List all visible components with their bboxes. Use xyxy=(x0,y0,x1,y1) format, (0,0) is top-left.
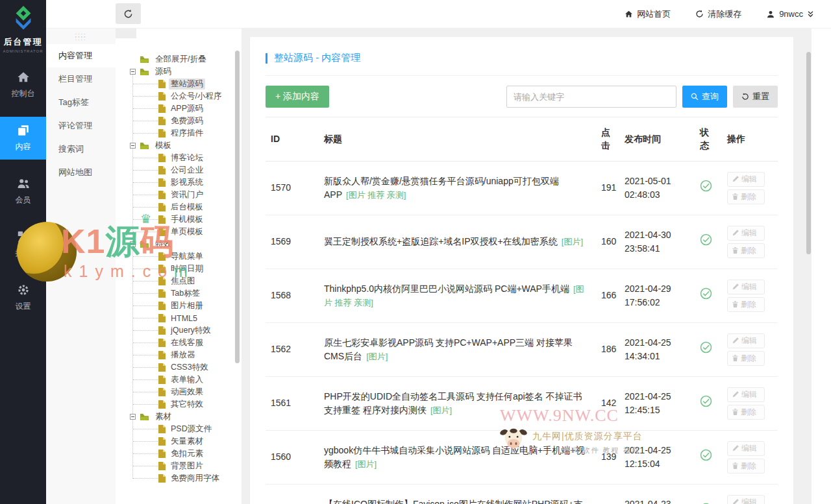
delete-button[interactable]: 删除 xyxy=(727,189,765,204)
tree-node-label[interactable]: 在线客服 xyxy=(169,337,205,348)
tree-node[interactable]: 博客论坛 xyxy=(116,152,242,164)
submenu-item[interactable]: 网站地图 xyxy=(46,161,116,184)
status-ok-icon[interactable] xyxy=(700,341,712,354)
tree-node[interactable]: 资讯门户 xyxy=(116,189,242,201)
edit-button[interactable]: 编辑 xyxy=(727,280,765,294)
tree-node-label[interactable]: 背景图片 xyxy=(169,461,205,472)
tree-node[interactable]: 焦点图 xyxy=(116,275,242,287)
tree-node[interactable]: 时间日期 xyxy=(116,263,242,275)
tree-node[interactable]: 模板 xyxy=(116,139,242,152)
tree-node[interactable]: PSD源文件 xyxy=(116,423,242,435)
tree-node-label[interactable]: jQuery特效 xyxy=(169,325,213,336)
tree-node[interactable]: 动画效果 xyxy=(116,386,242,398)
edit-button[interactable]: 编辑 xyxy=(727,333,765,348)
status-ok-icon[interactable] xyxy=(700,234,712,246)
sidebar-item-content[interactable]: 内容 xyxy=(0,117,46,160)
status-ok-icon[interactable] xyxy=(700,449,712,461)
tree-node-label[interactable]: 手机模板 xyxy=(169,214,205,225)
tree-node[interactable]: 导航菜单 xyxy=(116,250,242,263)
tree-node-label[interactable]: 整站源码 xyxy=(169,78,205,90)
delete-button[interactable]: 删除 xyxy=(727,405,765,420)
tree-node[interactable]: HTML5 xyxy=(116,312,242,324)
submenu-item[interactable]: 搜索词 xyxy=(46,138,116,161)
tree-node[interactable]: 图片相册 xyxy=(116,300,242,312)
tree-node[interactable]: APP源码 xyxy=(116,102,242,115)
sidebar-item-console[interactable]: 控制台 xyxy=(0,64,46,106)
submenu-item[interactable]: 评论管理 xyxy=(46,114,116,138)
tree-node-label[interactable]: 素材 xyxy=(153,411,173,422)
tree-node[interactable]: 影视系统 xyxy=(116,176,242,189)
tree-node[interactable]: 后台模板 xyxy=(116,201,242,213)
tree-node[interactable]: 素材 xyxy=(116,411,242,423)
delete-button[interactable]: 删除 xyxy=(727,297,765,312)
tree-node-label[interactable]: 影视系统 xyxy=(169,177,205,188)
user-menu[interactable]: 9nwcc xyxy=(766,9,814,19)
sidebar-item-members[interactable]: 会员 xyxy=(0,170,46,213)
tree-node-label[interactable]: 资讯门户 xyxy=(169,189,205,200)
refresh-tab-button[interactable] xyxy=(116,3,141,24)
status-ok-icon[interactable] xyxy=(700,180,712,192)
sidebar-item-extensions[interactable]: 扩展 xyxy=(0,223,46,266)
delete-button[interactable]: 删除 xyxy=(727,351,765,366)
tree-node-label[interactable]: 免扣元素 xyxy=(169,448,205,459)
collapse-toggle-icon[interactable] xyxy=(130,414,136,420)
submenu-item[interactable]: 栏目管理 xyxy=(46,67,116,91)
tree-node-label[interactable]: 单页模板 xyxy=(169,226,205,237)
tree-node[interactable]: 公司企业 xyxy=(116,164,242,176)
tree-node-label[interactable]: 公众号/小程序 xyxy=(169,91,223,102)
tree-node[interactable]: 源码 xyxy=(116,66,242,78)
tree-node-label[interactable]: 免费源码 xyxy=(169,115,205,126)
collapse-toggle-icon[interactable] xyxy=(130,241,136,247)
tree-node-label[interactable]: 矢量素材 xyxy=(169,436,205,447)
edit-button[interactable]: 编辑 xyxy=(727,441,765,456)
tree-node-label[interactable]: 博客论坛 xyxy=(169,152,205,163)
tree-node-label[interactable]: Tab标签 xyxy=(169,288,202,299)
collapse-toggle-icon[interactable] xyxy=(130,69,136,75)
tree-node[interactable]: 整站源码 xyxy=(116,78,242,90)
tree-node-label[interactable]: 模板 xyxy=(153,140,173,151)
main-scrollbar[interactable] xyxy=(806,52,811,254)
tree-node[interactable]: 单页模板 xyxy=(116,226,242,238)
tree-node-label[interactable]: 特效 xyxy=(153,239,173,250)
tree-node-label[interactable]: 播放器 xyxy=(169,350,197,361)
site-home-link[interactable]: 网站首页 xyxy=(625,8,671,20)
tree-node-label[interactable]: 程序插件 xyxy=(169,128,205,139)
tree-node-label[interactable]: APP源码 xyxy=(169,103,205,114)
clear-cache-link[interactable]: 清除缓存 xyxy=(695,8,741,20)
tree-node[interactable]: 免费商用字体 xyxy=(116,472,242,485)
tree-node[interactable]: Tab标签 xyxy=(116,287,242,300)
tree-node[interactable]: 矢量素材 xyxy=(116,435,242,448)
submenu-drag-handle[interactable]: :::::::: xyxy=(46,29,116,44)
add-content-button[interactable]: + 添加内容 xyxy=(266,86,329,108)
submenu-item[interactable]: 内容管理 xyxy=(46,44,116,67)
delete-button[interactable]: 删除 xyxy=(727,243,765,258)
status-ok-icon[interactable] xyxy=(700,287,712,300)
query-button[interactable]: 查询 xyxy=(682,86,727,108)
tree-node[interactable]: CSS3特效 xyxy=(116,361,242,374)
tree-node[interactable]: 程序插件 xyxy=(116,127,242,139)
edit-button[interactable]: 编辑 xyxy=(727,226,765,241)
search-input[interactable] xyxy=(506,86,676,108)
tree-node[interactable]: 免费源码 xyxy=(116,115,242,127)
tree-node[interactable]: 全部展开/折叠 xyxy=(116,53,242,66)
tree-node[interactable]: 播放器 xyxy=(116,349,242,361)
tree-node-label[interactable]: 免费商用字体 xyxy=(169,473,221,484)
status-ok-icon[interactable] xyxy=(700,395,712,407)
tree-node[interactable]: 其它特效 xyxy=(116,398,242,411)
tree-node[interactable]: 手机模板 xyxy=(116,213,242,226)
tree-node-label[interactable]: 焦点图 xyxy=(169,276,197,287)
edit-button[interactable]: 编辑 xyxy=(727,387,765,402)
tree-scrollbar[interactable] xyxy=(235,51,240,363)
tree-node-label[interactable]: PSD源文件 xyxy=(169,424,214,435)
tree-node[interactable]: 免扣元素 xyxy=(116,448,242,460)
delete-button[interactable]: 删除 xyxy=(727,459,765,474)
tree-node[interactable]: 特效 xyxy=(116,238,242,250)
tree-node-label[interactable]: HTML5 xyxy=(169,314,199,323)
tree-node[interactable]: jQuery特效 xyxy=(116,324,242,337)
tree-node-label[interactable]: 动画效果 xyxy=(169,387,205,398)
tree-node-label[interactable]: 公司企业 xyxy=(169,165,205,176)
reset-button[interactable]: 重置 xyxy=(733,86,778,108)
tree-node-label[interactable]: 全部展开/折叠 xyxy=(153,54,208,65)
tree-node-label[interactable]: 后台模板 xyxy=(169,202,205,213)
edit-button[interactable]: 编辑 xyxy=(727,172,765,187)
